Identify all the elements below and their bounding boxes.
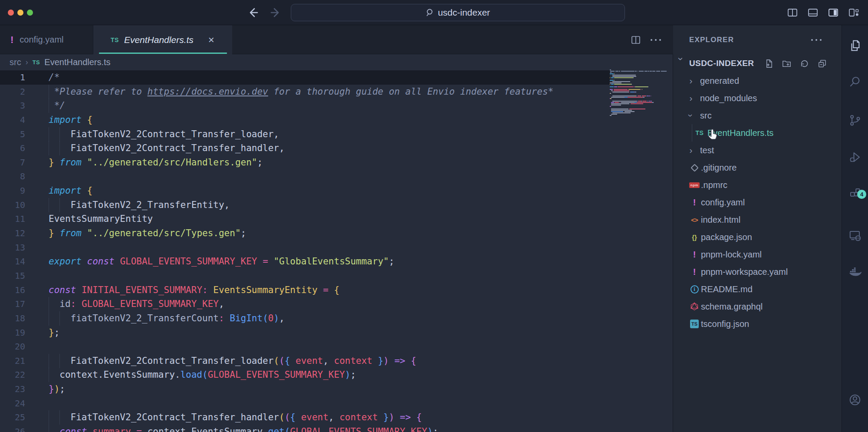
code-line[interactable]: 8 (0, 169, 673, 184)
code-line-text: } from "../generated/src/Handlers.gen"; (49, 155, 263, 170)
line-number: 4 (0, 113, 25, 127)
toggle-sidebar-right-icon[interactable] (823, 7, 843, 19)
code-line[interactable]: 23}); (0, 382, 673, 396)
code-line[interactable]: 11EventsSummaryEntity (0, 212, 673, 226)
code-line[interactable]: 16const INITIAL_EVENTS_SUMMARY: EventsSu… (0, 283, 673, 297)
tree-file-pnpm-workspace-yaml[interactable]: !pnpm-workspace.yaml (673, 263, 842, 280)
code-line[interactable]: 19}; (0, 326, 673, 340)
tree-file-readme-md[interactable]: iREADME.md (673, 280, 842, 298)
tree-file-tsconfig-json[interactable]: TStsconfig.json (673, 315, 842, 333)
code-line-text: FiatTokenV2_2Contract_Transfer_loader, (49, 127, 279, 142)
docker-icon[interactable] (848, 266, 861, 279)
code-line[interactable]: 13 (0, 241, 673, 255)
tree-item-label: pnpm-lock.yaml (701, 250, 762, 260)
tab-eventhandlers-ts[interactable]: TS EventHandlers.ts × (93, 25, 232, 54)
line-number: 14 (0, 254, 25, 269)
code-line[interactable]: 15 (0, 269, 673, 283)
collapse-all-icon[interactable] (817, 59, 827, 69)
tab-bar: ! config.yaml TS EventHandlers.ts × (0, 25, 673, 54)
code-line[interactable]: 20 (0, 340, 673, 354)
forward-arrow-icon[interactable] (269, 6, 282, 19)
code-line-text: FiatTokenV2_2_TransferEntity, (49, 198, 230, 212)
new-folder-icon[interactable] (782, 59, 792, 69)
tree-file--gitignore[interactable]: .gitignore (673, 159, 842, 176)
code-line-text: FiatTokenV2_2Contract_Transfer_handler, (49, 141, 285, 155)
new-file-icon[interactable] (764, 59, 774, 69)
customize-layout-icon[interactable] (843, 7, 864, 19)
line-number: 6 (0, 141, 25, 155)
tree-folder-src[interactable]: ›src (673, 107, 842, 124)
code-editor[interactable]: 1/*2 *Please refer to https://docs.envio… (0, 70, 673, 432)
minimap[interactable] (610, 69, 667, 148)
ts-file-icon: TS (694, 129, 705, 136)
editor-more-actions-icon[interactable] (651, 39, 661, 41)
line-number: 11 (0, 212, 25, 226)
code-line[interactable]: 21 FiatTokenV2_2Contract_Transfer_loader… (0, 354, 673, 368)
code-line-text: const INITIAL_EVENTS_SUMMARY: EventsSumm… (49, 283, 339, 297)
close-window-button[interactable] (8, 10, 14, 16)
search-icon[interactable] (848, 75, 861, 88)
source-control-icon[interactable] (848, 114, 861, 127)
code-line[interactable]: 24 (0, 396, 673, 411)
code-line-text: }); (49, 382, 65, 396)
minimize-window-button[interactable] (17, 10, 23, 16)
tree-folder-node-modules[interactable]: ›node_modules (673, 89, 842, 107)
chevron-down-icon: › (686, 111, 696, 120)
tree-indent-guide (692, 124, 692, 142)
line-number: 26 (0, 425, 25, 432)
line-number: 16 (0, 283, 25, 297)
refresh-icon[interactable] (799, 59, 809, 69)
tree-file-package-json[interactable]: {}package.json (673, 228, 842, 246)
code-line[interactable]: 25 FiatTokenV2_2Contract_Transfer_handle… (0, 410, 673, 425)
code-line[interactable]: 5 FiatTokenV2_2Contract_Transfer_loader, (0, 127, 673, 142)
tree-folder-generated[interactable]: ›generated (673, 72, 842, 89)
code-line[interactable]: 1/* (0, 70, 673, 85)
tree-file-config-yaml[interactable]: !config.yaml (673, 194, 842, 211)
code-line-text: const summary = context.EventsSummary.ge… (49, 425, 438, 432)
code-line[interactable]: 7} from "../generated/src/Handlers.gen"; (0, 155, 673, 170)
code-line[interactable]: 4import { (0, 113, 673, 127)
back-arrow-icon[interactable] (247, 6, 260, 19)
breadcrumb-folder[interactable]: src (10, 57, 21, 67)
project-section-header[interactable]: › USDC-INDEXER (673, 55, 842, 72)
code-line[interactable]: 9import { (0, 184, 673, 198)
toggle-panel-icon[interactable] (802, 7, 823, 19)
code-line-text: */ (49, 99, 65, 113)
tree-item-label: generated (700, 76, 739, 86)
explorer-title: EXPLORER (689, 36, 734, 44)
remote-explorer-icon[interactable] (848, 229, 861, 242)
code-line[interactable]: 26 const summary = context.EventsSummary… (0, 425, 673, 432)
code-line[interactable]: 2 *Please refer to https://docs.envio.de… (0, 85, 673, 99)
code-line[interactable]: 14export const GLOBAL_EVENTS_SUMMARY_KEY… (0, 254, 673, 269)
code-line[interactable]: 18 fiatTokenV2_2_TransferCount: BigInt(0… (0, 311, 673, 326)
tree-file-index-html[interactable]: <>index.html (673, 211, 842, 228)
tree-folder-test[interactable]: ›test (673, 142, 842, 159)
code-line[interactable]: 17 id: GLOBAL_EVENTS_SUMMARY_KEY, (0, 297, 673, 311)
code-line[interactable]: 22 context.EventsSummary.load(GLOBAL_EVE… (0, 368, 673, 382)
close-tab-icon[interactable]: × (208, 34, 214, 46)
code-line[interactable]: 10 FiatTokenV2_2_TransferEntity, (0, 198, 673, 212)
project-name: USDC-INDEXER (689, 59, 754, 68)
tree-file-schema-graphql[interactable]: schema.graphql (673, 298, 842, 315)
account-icon[interactable] (848, 393, 861, 406)
breadcrumb-file[interactable]: EventHandlers.ts (44, 57, 110, 67)
code-line[interactable]: 12} from "../generated/src/Types.gen"; (0, 226, 673, 241)
run-debug-icon[interactable] (848, 151, 861, 164)
tab-config-yaml[interactable]: ! config.yaml (0, 25, 93, 54)
split-editor-icon[interactable] (631, 35, 641, 45)
toggle-split-editor-icon[interactable] (782, 7, 802, 19)
ts-icon: TS (111, 36, 119, 43)
tree-file--npmrc[interactable]: npm.npmrc (673, 176, 842, 194)
zoom-window-button[interactable] (27, 10, 33, 16)
tree-file-pnpm-lock-yaml[interactable]: !pnpm-lock.yaml (673, 246, 842, 263)
explorer-icon[interactable] (848, 39, 861, 52)
tree-file-eventhandlers-ts[interactable]: TSEventHandlers.ts (673, 124, 842, 142)
line-number: 15 (0, 269, 25, 283)
tree-item-label: schema.graphql (701, 302, 763, 312)
command-center-search[interactable]: usdc-indexer (291, 4, 625, 21)
code-line[interactable]: 3 */ (0, 99, 673, 113)
code-line[interactable]: 6 FiatTokenV2_2Contract_Transfer_handler… (0, 141, 673, 155)
breadcrumb[interactable]: src › TS EventHandlers.ts (0, 54, 673, 70)
code-line-text: EventsSummaryEntity (49, 212, 153, 226)
explorer-more-actions-icon[interactable] (811, 39, 822, 41)
